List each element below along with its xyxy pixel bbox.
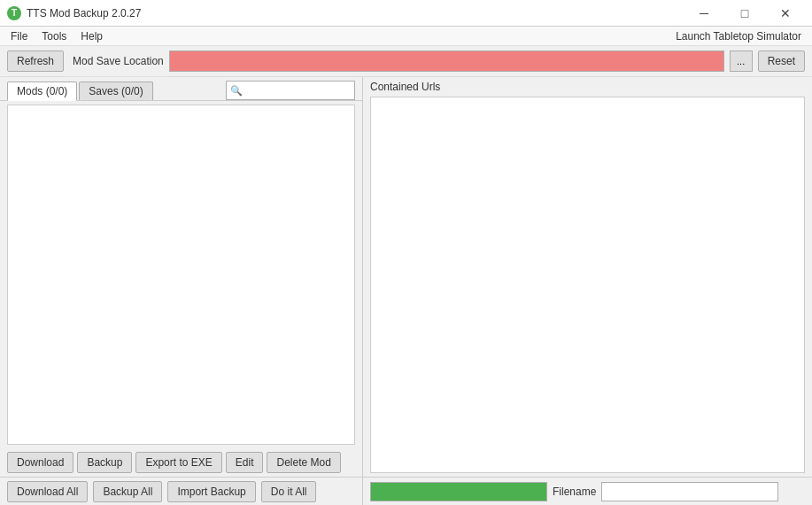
title-bar-left: T TTS Mod Backup 2.0.27 xyxy=(7,6,141,20)
app-icon: T xyxy=(7,6,21,20)
tab-saves[interactable]: Saves (0/0) xyxy=(79,82,152,100)
search-box: 🔍 xyxy=(226,81,355,100)
export-exe-button[interactable]: Export to EXE xyxy=(135,452,221,473)
contained-urls-label: Contained Urls xyxy=(363,77,812,97)
backup-button[interactable]: Backup xyxy=(77,452,132,473)
app-title: TTS Mod Backup 2.0.27 xyxy=(27,7,141,19)
filename-label: Filename xyxy=(553,486,596,498)
refresh-button[interactable]: Refresh xyxy=(7,50,64,72)
toolbar: Refresh Mod Save Location ... Reset xyxy=(0,46,812,77)
right-panel: Contained Urls Filename xyxy=(363,77,812,505)
title-bar-controls: ─ □ ✕ xyxy=(684,0,805,27)
bottom-bar-right: Filename xyxy=(363,477,812,505)
progress-bar-fill xyxy=(371,483,546,501)
main-content: Mods (0/0) Saves (0/0) 🔍 Download Backup… xyxy=(0,77,812,505)
backup-all-button[interactable]: Backup All xyxy=(93,481,162,502)
search-input[interactable] xyxy=(244,84,351,97)
menu-bar: File Tools Help Launch Tabletop Simulato… xyxy=(0,27,812,46)
import-backup-button[interactable]: Import Backup xyxy=(167,481,255,502)
edit-button[interactable]: Edit xyxy=(226,452,264,473)
do-it-all-button[interactable]: Do it All xyxy=(261,481,317,502)
tabs-row: Mods (0/0) Saves (0/0) 🔍 xyxy=(0,77,362,101)
menu-file[interactable]: File xyxy=(4,28,35,44)
bottom-bar-left: Download All Backup All Import Backup Do… xyxy=(0,477,362,505)
title-bar: T TTS Mod Backup 2.0.27 ─ □ ✕ xyxy=(0,0,812,27)
mod-save-label: Mod Save Location xyxy=(73,55,164,67)
close-button[interactable]: ✕ xyxy=(766,0,805,27)
delete-mod-button[interactable]: Delete Mod xyxy=(267,452,340,473)
mods-list xyxy=(7,105,355,445)
reset-button[interactable]: Reset xyxy=(758,50,805,72)
launch-tts-label: Launch Tabletop Simulator xyxy=(676,30,808,43)
tab-mods[interactable]: Mods (0/0) xyxy=(7,82,77,101)
minimize-button[interactable]: ─ xyxy=(684,0,723,27)
search-icon: 🔍 xyxy=(230,85,243,97)
maximize-button[interactable]: □ xyxy=(725,0,764,27)
menu-tools[interactable]: Tools xyxy=(35,28,73,44)
download-button[interactable]: Download xyxy=(7,452,73,473)
menu-help[interactable]: Help xyxy=(73,28,110,44)
filename-input[interactable] xyxy=(601,482,778,501)
browse-button[interactable]: ... xyxy=(730,50,753,72)
download-all-button[interactable]: Download All xyxy=(7,481,88,502)
progress-bar-container xyxy=(370,482,547,501)
mod-save-input[interactable] xyxy=(169,50,724,72)
urls-list xyxy=(370,97,805,473)
left-panel: Mods (0/0) Saves (0/0) 🔍 Download Backup… xyxy=(0,77,363,505)
action-buttons: Download Backup Export to EXE Edit Delet… xyxy=(0,448,362,477)
